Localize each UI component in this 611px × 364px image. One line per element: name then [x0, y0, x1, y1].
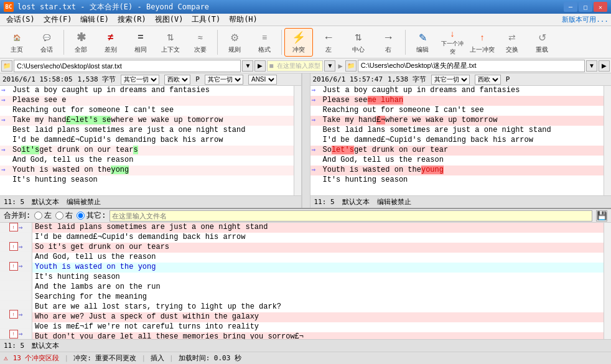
left-scrollbar[interactable]	[294, 86, 301, 195]
toolbar-next-conflict-button[interactable]: ↓ 下一个冲突	[438, 28, 467, 57]
right-lang-select[interactable]: 西欧	[475, 75, 501, 85]
toolbar-diff-button[interactable]: ≠ 差别	[96, 28, 125, 57]
toolbar-center-button[interactable]: ⇅ 中心	[344, 28, 373, 57]
merge-left-option[interactable]: 左	[34, 210, 52, 221]
toolbar-home-button[interactable]: 🏠 主页	[2, 28, 31, 57]
filepath-separator: ▶	[337, 62, 343, 70]
right-line-10: It's hunting season	[310, 175, 604, 185]
right-text-7a: So	[323, 146, 332, 154]
left-lang-select[interactable]: 西欧	[164, 75, 190, 85]
left-line-3: Reaching out for someone I can't see	[0, 106, 294, 116]
menu-edit[interactable]: 编辑(E)	[77, 14, 113, 26]
right-panel-content: ⇒ Just a boy caught up in dreams and fan…	[310, 86, 604, 195]
merge-other-label: 其它:	[86, 210, 106, 221]
all-icon: ✱	[73, 30, 88, 45]
right-path-options[interactable]: ▶	[599, 60, 610, 72]
toolbar-separator-4	[405, 30, 406, 55]
left-diff-7: it's	[21, 146, 39, 154]
merge-line-12: But don't you dare let all these memorie…	[32, 332, 604, 339]
merge-line-7: And the lambs are on the run	[32, 282, 604, 292]
filepath-bar: 📁 ▼ ▶ ■ 在这里输入原型 ▼ ▶ 📁 ▼ ▶	[0, 58, 611, 73]
right-text-10: It's hunting season	[323, 175, 408, 184]
left-misc-select[interactable]: 其它一切	[205, 75, 243, 85]
menu-tools[interactable]: 工具(T)	[188, 14, 224, 26]
merge-left-label: 左	[44, 210, 52, 221]
merge-other-option[interactable]: 其它:	[77, 210, 106, 221]
merge-options-bar: 合并到: 左 右 其它: 💾	[0, 209, 611, 223]
merge-other-radio[interactable]	[77, 212, 85, 220]
merge-left-radio[interactable]	[34, 212, 42, 220]
left-placeholder-dropdown[interactable]: ▼	[324, 60, 335, 72]
reload-icon: ↺	[534, 30, 549, 45]
menu-session[interactable]: 会话(S)	[2, 14, 39, 26]
same-label: 相同	[134, 45, 147, 54]
status-sep-1: |	[65, 354, 69, 362]
toolbar-edit-button[interactable]: ✎ 编辑	[408, 28, 437, 57]
toolbar-right-button[interactable]: → 右	[374, 28, 403, 57]
toolbar-conflict-button[interactable]: ⚡ 冲突	[284, 28, 313, 57]
left-line-6: I'd be damned£¬Cupid's demanding back hi…	[0, 136, 294, 146]
menu-search[interactable]: 搜索(R)	[114, 14, 150, 26]
gutter-arrow-12: ⇒	[19, 330, 23, 338]
gutter-btn-10a[interactable]: !	[9, 310, 18, 319]
left-line-10: It's hunting season	[0, 175, 294, 185]
right-scrollbar[interactable]	[604, 86, 611, 195]
left-diff-7c: s	[133, 146, 138, 154]
merge-text-8: Searching for the meaning	[35, 292, 147, 301]
gutter-row-10: ! ⇒	[0, 310, 32, 320]
merge-line-3: So it's get drunk on our tears	[32, 243, 604, 253]
minimize-button[interactable]: ─	[564, 2, 577, 12]
left-path-dropdown[interactable]: ▼	[242, 60, 253, 72]
toolbar-context-button[interactable]: ⇅ 上下文	[156, 28, 185, 57]
left-line-text-2: Please see e	[12, 96, 66, 105]
left-path-options[interactable]: ▶	[254, 60, 266, 72]
format-label: 格式	[258, 45, 271, 54]
menu-view[interactable]: 视图(V)	[151, 14, 187, 26]
right-filepath-input[interactable]	[358, 60, 585, 72]
merge-filename-input[interactable]	[110, 210, 592, 222]
toolbar-all-button[interactable]: ✱ 全部	[67, 28, 95, 57]
gutter-btn-5a[interactable]: !	[9, 262, 18, 271]
merge-text-10: Who are we? Just a speck of dust within …	[35, 312, 259, 321]
merge-scrollbar-v[interactable]	[604, 223, 611, 339]
right-label: 右	[385, 45, 391, 54]
toolbar-prev-conflict-button[interactable]: ↑ 上一冲突	[468, 28, 497, 57]
right-text-5: Best laid lans sometimes are just a one …	[323, 126, 551, 134]
toolbar-session-button[interactable]: 💬 会话	[32, 28, 61, 57]
new-version-link[interactable]: 新版本可用...	[562, 15, 609, 24]
toolbar-same-button[interactable]: = 相同	[126, 28, 155, 57]
left-filepath-input[interactable]	[14, 60, 241, 72]
window-title: lost star.txt - 文本合并(E) - Beyond Compare	[17, 2, 209, 12]
toolbar-rules-button[interactable]: ⚙ 规则	[220, 28, 249, 57]
toolbar-swap-button[interactable]: ⇄ 交换	[498, 28, 526, 57]
left-p: P	[195, 75, 200, 83]
right-date: 2016/6/1 15:57:47	[313, 75, 383, 83]
left-ansi-select[interactable]: ANSI	[248, 75, 277, 85]
merge-line-4: And God, tell us the reason	[32, 253, 604, 263]
toolbar-format-button[interactable]: ≡ 格式	[250, 28, 279, 57]
merge-right-radio[interactable]	[55, 212, 63, 220]
merge-save-button[interactable]: 💾	[596, 210, 607, 222]
toolbar-reload-button[interactable]: ↺ 重载	[528, 28, 556, 57]
gutter-btn-1a[interactable]: !	[9, 223, 18, 231]
right-text-3: Reaching out for someone I can't see	[323, 106, 484, 114]
diff-splitter[interactable]	[302, 73, 310, 208]
maximize-button[interactable]: □	[579, 2, 592, 12]
right-folder-btn[interactable]: 📁	[345, 60, 357, 72]
merge-text-1: Best laid plans sometimes are just a one…	[35, 223, 268, 231]
gutter-btn-3a[interactable]: !	[9, 242, 18, 251]
right-encoding-select[interactable]: 其它一切	[431, 75, 470, 85]
left-encoding-select[interactable]: 其它一切	[121, 75, 159, 85]
right-path-dropdown[interactable]: ▼	[586, 60, 597, 72]
gutter-btn-12a[interactable]: !	[9, 330, 18, 338]
toolbar-order-button[interactable]: ≈ 次要	[186, 28, 215, 57]
toolbar-left-button[interactable]: ← 左	[314, 28, 343, 57]
status-conflict-label: 冲突: 重要不同更改	[73, 353, 136, 363]
close-button[interactable]: ✕	[594, 2, 607, 12]
left-chars: 1,538 字节	[78, 75, 116, 84]
menu-file[interactable]: 文件(F)	[40, 14, 76, 26]
titlebar: BC lost star.txt - 文本合并(E) - Beyond Comp…	[0, 0, 611, 14]
menu-help[interactable]: 帮助(H)	[225, 14, 261, 26]
left-folder-btn[interactable]: 📁	[1, 60, 12, 72]
merge-right-option[interactable]: 右	[55, 210, 73, 221]
